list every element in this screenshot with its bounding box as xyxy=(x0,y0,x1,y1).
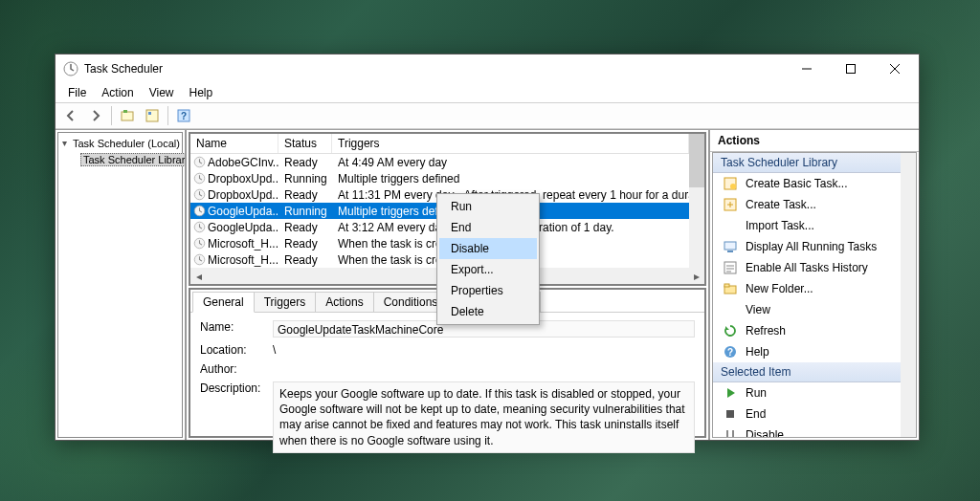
grid-vertical-scrollbar[interactable] xyxy=(689,134,704,268)
action-view[interactable]: View▶ xyxy=(713,299,916,320)
tab-actions[interactable]: Actions xyxy=(315,292,373,312)
column-triggers[interactable]: Triggers xyxy=(332,134,689,153)
column-status[interactable]: Status xyxy=(278,134,332,153)
svg-rect-4 xyxy=(146,110,158,121)
label-author: Author: xyxy=(200,362,267,376)
close-button[interactable] xyxy=(873,54,917,83)
action-display-all-running-tasks[interactable]: Display All Running Tasks xyxy=(713,236,916,257)
action-label: Create Task... xyxy=(746,198,816,211)
run-icon xyxy=(723,385,738,401)
task-status: Running xyxy=(278,205,332,218)
action-help[interactable]: ?Help xyxy=(713,341,916,362)
svg-text:?: ? xyxy=(181,111,187,121)
action-label: Create Basic Task... xyxy=(746,177,848,190)
task-icon xyxy=(190,253,208,266)
action-import-task[interactable]: Import Task... xyxy=(713,215,916,236)
task-icon xyxy=(190,237,208,250)
actions-section-library[interactable]: Task Scheduler Library ▴ xyxy=(713,153,916,173)
toolbar-btn-2[interactable] xyxy=(141,104,164,127)
context-menu-run[interactable]: Run xyxy=(439,196,537,217)
task-icon xyxy=(190,172,208,185)
action-create-task[interactable]: Create Task... xyxy=(713,194,916,215)
basic-task-icon xyxy=(723,176,738,191)
task-name: GoogleUpda... xyxy=(208,221,278,234)
task-status: Ready xyxy=(278,237,332,250)
action-refresh[interactable]: Refresh xyxy=(713,320,916,341)
minimize-button[interactable] xyxy=(785,54,829,83)
help-icon: ? xyxy=(723,344,738,359)
forward-button[interactable] xyxy=(84,104,107,127)
task-triggers: Multiple triggers defined xyxy=(332,172,689,185)
task-row[interactable]: AdobeGCInv...ReadyAt 4:49 AM every day xyxy=(190,154,704,170)
action-label: Refresh xyxy=(746,324,786,338)
enable-icon xyxy=(723,260,738,275)
menu-view[interactable]: View xyxy=(143,85,181,100)
task-name: Microsoft_H... xyxy=(208,253,278,267)
actions-section-selected[interactable]: Selected Item ▴ xyxy=(713,362,916,382)
action-label: End xyxy=(746,407,766,421)
task-icon xyxy=(190,188,208,201)
menu-help[interactable]: Help xyxy=(183,85,220,100)
action-enable-all-tasks-history[interactable]: Enable All Tasks History xyxy=(713,257,916,278)
action-disable[interactable]: Disable xyxy=(713,425,916,438)
column-name[interactable]: Name xyxy=(190,134,278,153)
action-label: Display All Running Tasks xyxy=(746,240,877,253)
svg-point-19 xyxy=(730,184,736,189)
help-button[interactable]: ? xyxy=(172,104,195,127)
actions-body: Task Scheduler Library ▴ Create Basic Ta… xyxy=(712,152,917,438)
app-icon xyxy=(63,61,78,76)
task-status: Ready xyxy=(278,188,332,202)
tree-library[interactable]: Task Scheduler Library xyxy=(60,151,180,167)
action-label: Import Task... xyxy=(746,219,814,232)
svg-rect-3 xyxy=(123,110,127,113)
action-run[interactable]: Run xyxy=(713,382,916,403)
disable-icon xyxy=(723,427,738,438)
action-label: New Folder... xyxy=(746,282,813,295)
actions-scrollbar[interactable] xyxy=(901,153,916,437)
action-create-basic-task[interactable]: Create Basic Task... xyxy=(713,173,916,194)
tree-collapse-icon[interactable]: ▾ xyxy=(62,138,67,148)
context-menu-export[interactable]: Export... xyxy=(439,259,537,280)
task-name: DropboxUpd... xyxy=(208,172,278,185)
context-menu-properties[interactable]: Properties xyxy=(439,280,537,301)
task-name: GoogleUpda... xyxy=(208,205,278,218)
svg-rect-5 xyxy=(148,112,151,115)
context-menu-delete[interactable]: Delete xyxy=(439,301,537,322)
svg-rect-2 xyxy=(122,112,133,120)
context-menu-end[interactable]: End xyxy=(439,217,537,238)
svg-rect-22 xyxy=(727,250,733,252)
field-author xyxy=(273,362,695,376)
context-menu: RunEndDisableExport...PropertiesDelete xyxy=(436,193,540,325)
menu-action[interactable]: Action xyxy=(95,85,140,100)
task-status: Ready xyxy=(278,156,332,169)
maximize-button[interactable] xyxy=(829,54,873,83)
folder-icon xyxy=(723,281,738,296)
action-end[interactable]: End xyxy=(713,403,916,425)
task-row[interactable]: DropboxUpd...RunningMultiple triggers de… xyxy=(190,170,704,186)
action-label: Run xyxy=(746,386,767,400)
menu-file[interactable]: File xyxy=(61,85,93,100)
back-button[interactable] xyxy=(59,104,82,127)
context-menu-disable[interactable]: Disable xyxy=(439,238,537,259)
toolbar: ? xyxy=(56,102,919,129)
task-status: Running xyxy=(278,172,332,185)
task-name: AdobeGCInv... xyxy=(208,156,278,169)
action-new-folder[interactable]: New Folder... xyxy=(713,278,916,299)
svg-text:?: ? xyxy=(727,347,733,358)
titlebar: Task Scheduler xyxy=(56,54,919,83)
tree-root[interactable]: ▾ Task Scheduler (Local) xyxy=(60,135,180,151)
actions-title: Actions xyxy=(710,130,919,152)
svg-rect-25 xyxy=(724,284,729,287)
tree-pane: ▾ Task Scheduler (Local) Task Scheduler … xyxy=(56,130,187,440)
task-name: Microsoft_H... xyxy=(208,237,278,250)
tab-general[interactable]: General xyxy=(192,292,255,313)
tab-triggers[interactable]: Triggers xyxy=(254,292,317,312)
svg-rect-1 xyxy=(847,65,856,74)
task-status: Ready xyxy=(278,253,332,267)
window-title: Task Scheduler xyxy=(84,62,785,76)
toolbar-btn-1[interactable] xyxy=(116,104,139,127)
task-icon xyxy=(190,221,208,233)
menubar: File Action View Help xyxy=(56,83,919,102)
grid-header: Name Status Triggers xyxy=(190,134,704,154)
task-status: Ready xyxy=(278,221,332,234)
